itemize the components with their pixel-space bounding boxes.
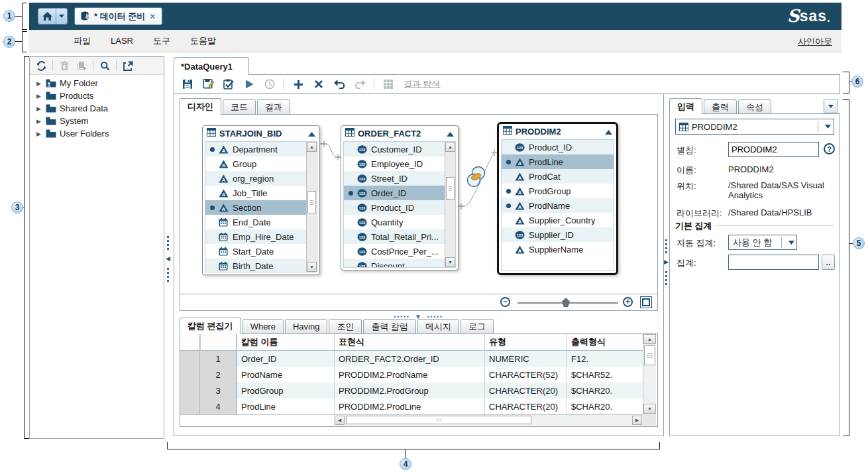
zoom-out-icon[interactable]: − (500, 297, 510, 307)
diagram-column-row[interactable]: AJob_Title (205, 186, 317, 200)
view-tab-디자인[interactable]: 디자인 (180, 98, 221, 115)
scroll-down-icon[interactable]: ▼ (643, 404, 656, 414)
bottom-tab-로그[interactable]: 로그 (461, 319, 494, 334)
scrollbar-thumb[interactable] (644, 345, 655, 365)
grid-cell[interactable]: F12. (567, 351, 643, 367)
diagram-table-STARJOIN_BID[interactable]: STARJOIN_BIDADepartmentAGroupAorg_region… (202, 125, 320, 275)
add-icon[interactable] (292, 78, 305, 91)
grid-cell[interactable]: NUMERIC (484, 351, 567, 367)
grid-cell[interactable]: PRODDIM2.ProdLine (334, 398, 484, 414)
menu-item-LASR[interactable]: LASR (101, 36, 143, 46)
diagram-column-row[interactable]: AProdCat (502, 169, 614, 184)
scrollbar-thumb[interactable] (446, 177, 455, 200)
scroll-down-icon[interactable]: ▼ (445, 257, 455, 267)
schedule-icon[interactable] (263, 78, 276, 91)
grid-cell[interactable]: ProdLine (237, 398, 334, 414)
app-document-tab[interactable]: * 데이터 준비 ✕ (74, 7, 162, 25)
diagram-column-row[interactable]: Birth_Date (205, 259, 317, 272)
home-menu-arrow[interactable] (56, 8, 68, 25)
scroll-up-icon[interactable]: ▲ (307, 142, 317, 152)
grid-cell[interactable]: PRODDIM2.ProdGroup (334, 383, 484, 398)
home-button[interactable] (38, 8, 56, 25)
grid-cell[interactable]: ProdName (237, 367, 334, 383)
query-document-tab[interactable]: *DataQuery1 (174, 57, 249, 75)
grid-cell[interactable]: PRODDIM2.ProdName (334, 367, 484, 383)
diagram-column-row[interactable]: ASection (205, 200, 317, 215)
bottom-tab-출력-칼럼[interactable]: 출력 칼럼 (363, 319, 416, 334)
diagram-table-PRODDIM2[interactable]: PRODDIM2123Product_IDAProdLineAProdCatAP… (497, 122, 618, 275)
alias-input[interactable] (728, 142, 819, 157)
tree-expander-icon[interactable]: ▶ (36, 80, 42, 87)
collapse-left-icon[interactable]: ◀ (166, 256, 170, 262)
help-icon[interactable]: ? (824, 143, 835, 154)
aggregation-browse-button[interactable]: .. (822, 255, 835, 270)
auto-aggregation-select[interactable]: 사용 안 함 (728, 235, 797, 250)
right-pane-splitter[interactable]: ▶ (664, 222, 669, 302)
bottom-tab-Having[interactable]: Having (285, 319, 327, 334)
diagram-column-row[interactable]: 123Customer_ID (344, 142, 455, 156)
bottom-tab-칼럼-편집기[interactable]: 칼럼 편집기 (180, 318, 241, 334)
left-pane-splitter[interactable]: ◀ (166, 219, 170, 298)
panel-menu-button[interactable] (824, 99, 838, 113)
search-icon[interactable] (99, 60, 111, 72)
tree-item-my-folder[interactable]: ▶My Folder (30, 77, 164, 89)
diagram-column-row[interactable]: 123Product_ID (502, 140, 614, 154)
diagram-column-row[interactable]: 123Quantity (344, 215, 455, 229)
diagram-column-row[interactable]: AGroup (205, 156, 317, 171)
grid-cell[interactable]: CHARACTER(52) (484, 367, 567, 383)
diagram-column-row[interactable]: Start_Date (205, 244, 317, 259)
grid-cell[interactable]: ORDER_FACT2.Order_ID (334, 351, 484, 367)
diagram-column-row[interactable]: AProdLine (502, 154, 614, 169)
refresh-icon[interactable] (35, 60, 47, 72)
grid-cell[interactable]: $CHAR52. (567, 367, 643, 383)
grid-cell[interactable]: Order_ID (237, 351, 334, 367)
bottom-tab-조인[interactable]: 조인 (329, 319, 362, 334)
grid-cell[interactable]: $CHAR20. (567, 398, 643, 414)
scrollbar-thumb[interactable] (307, 191, 316, 213)
grid-cell[interactable]: CHARACTER(20) (484, 398, 567, 414)
diagram-table-header[interactable]: STARJOIN_BID (203, 126, 319, 141)
table-scrollbar[interactable]: ▲ ▼ (306, 142, 317, 272)
grid-horizontal-scrollbar[interactable]: ◀ ▶ (334, 414, 643, 426)
grid-row[interactable]: 2ProdNamePRODDIM2.ProdNameCHARACTER(52)$… (180, 367, 657, 383)
tree-expander-icon[interactable]: ▶ (36, 118, 42, 125)
diagram-table-ORDER_FACT2[interactable]: ORDER_FACT2123Customer_ID123Employee_ID1… (341, 125, 459, 270)
expand-right-icon[interactable]: ▶ (664, 259, 669, 265)
grid-cell[interactable]: CHARACTER(20) (484, 383, 567, 398)
diagram-column-row[interactable]: 123Supplier_ID (502, 227, 614, 242)
row-gutter[interactable] (180, 398, 200, 414)
zoom-in-icon[interactable]: + (623, 297, 633, 307)
remove-icon[interactable] (312, 78, 325, 91)
aggregation-input[interactable] (728, 255, 819, 270)
signout-link[interactable]: 사인아웃 (798, 36, 832, 48)
diagram-column-row[interactable]: AProdGroup (502, 184, 614, 198)
explore-results-link[interactable]: 결과 탐색 (404, 78, 441, 90)
grid-cell[interactable]: ProdGroup (237, 383, 334, 398)
diagram-column-row[interactable]: 123Order_ID (344, 186, 455, 200)
scroll-up-icon[interactable]: ▲ (445, 142, 455, 152)
tree-item-user-folders[interactable]: ▶User Folders (30, 127, 164, 140)
diagram-column-row[interactable]: ASupplier_Country (502, 213, 614, 227)
collapse-icon[interactable] (447, 129, 454, 139)
grid-cell[interactable]: $CHAR20. (567, 383, 643, 398)
grid-row[interactable]: 4ProdLinePRODDIM2.ProdLineCHARACTER(20)$… (180, 398, 657, 414)
tree-item-system[interactable]: ▶System (30, 115, 164, 127)
grid-vertical-scrollbar[interactable]: ▲ ▼ (643, 334, 656, 414)
zoom-slider-thumb[interactable] (562, 298, 570, 307)
redo-icon[interactable] (353, 78, 366, 91)
table-scrollbar[interactable]: ▲ ▼ (445, 142, 455, 267)
menu-item-파일[interactable]: 파일 (64, 35, 101, 47)
diagram-column-row[interactable]: Aorg_region (205, 171, 317, 186)
save-icon[interactable] (181, 78, 194, 91)
diagram-column-row[interactable]: End_Date (205, 215, 317, 229)
run-icon[interactable] (243, 78, 256, 91)
collapse-icon[interactable] (605, 127, 612, 137)
right-tab-속성[interactable]: 속성 (738, 99, 771, 115)
diagram-column-row[interactable]: 123Street_ID (344, 171, 455, 186)
row-gutter[interactable] (180, 351, 200, 367)
close-icon[interactable]: ✕ (149, 12, 156, 21)
tree-expander-icon[interactable]: ▶ (36, 93, 42, 99)
tree-item-shared-data[interactable]: ▶Shared Data (30, 102, 164, 115)
diagram-table-header[interactable]: PRODDIM2 (499, 124, 616, 139)
undo-icon[interactable] (333, 78, 346, 91)
